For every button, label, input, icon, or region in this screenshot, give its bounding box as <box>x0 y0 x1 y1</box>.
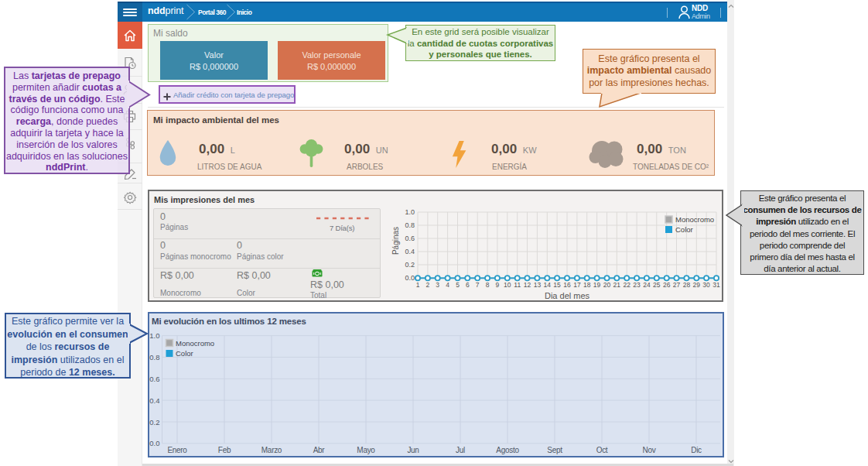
svg-text:21: 21 <box>613 281 621 289</box>
svg-text:12: 12 <box>524 281 531 289</box>
svg-text:28: 28 <box>683 281 691 289</box>
svg-text:Nov: Nov <box>643 446 656 454</box>
svg-text:1.0: 1.0 <box>149 331 159 340</box>
svg-text:0.4: 0.4 <box>405 248 415 255</box>
svg-text:24: 24 <box>643 281 651 289</box>
svg-text:15: 15 <box>553 281 561 289</box>
svg-text:0.8: 0.8 <box>149 353 159 361</box>
svg-text:1.0: 1.0 <box>405 208 415 216</box>
svg-text:Dic: Dic <box>691 446 702 454</box>
svg-text:2: 2 <box>426 281 430 289</box>
svg-text:0.2: 0.2 <box>405 261 415 269</box>
svg-text:20: 20 <box>603 281 611 289</box>
svg-text:Jun: Jun <box>407 446 419 454</box>
svg-text:31: 31 <box>713 281 720 289</box>
svg-text:Monocromo: Monocromo <box>176 339 214 348</box>
svg-text:25: 25 <box>653 281 661 289</box>
svg-text:8: 8 <box>486 281 490 289</box>
svg-text:Jul: Jul <box>456 446 465 454</box>
svg-text:Feb: Feb <box>218 446 231 454</box>
svg-text:Páginas: Páginas <box>391 227 400 255</box>
svg-text:1: 1 <box>416 281 420 289</box>
svg-text:27: 27 <box>673 281 681 289</box>
svg-text:Color: Color <box>176 349 193 358</box>
svg-text:23: 23 <box>633 281 641 289</box>
svg-text:4: 4 <box>446 281 449 289</box>
svg-text:Oct: Oct <box>596 446 608 454</box>
svg-text:17: 17 <box>573 281 581 289</box>
svg-text:19: 19 <box>593 281 601 289</box>
svg-text:0.6: 0.6 <box>405 235 415 242</box>
svg-text:26: 26 <box>663 281 671 289</box>
svg-text:Dia del mes: Dia del mes <box>545 291 590 300</box>
svg-text:Sept: Sept <box>547 446 562 454</box>
svg-text:30: 30 <box>702 281 710 289</box>
svg-text:Marzo: Marzo <box>261 446 282 454</box>
svg-text:14: 14 <box>544 281 552 289</box>
svg-text:11: 11 <box>514 281 521 289</box>
svg-text:0.0: 0.0 <box>149 439 159 447</box>
svg-text:Abr: Abr <box>313 446 326 454</box>
svg-text:10: 10 <box>504 281 511 289</box>
svg-text:Mayo: Mayo <box>357 446 375 454</box>
svg-text:18: 18 <box>583 281 591 289</box>
svg-text:0.4: 0.4 <box>149 396 159 405</box>
svg-text:3: 3 <box>436 281 439 289</box>
svg-text:9: 9 <box>496 281 500 289</box>
svg-text:7: 7 <box>476 281 480 289</box>
svg-text:6: 6 <box>466 281 470 289</box>
svg-text:16: 16 <box>563 281 571 289</box>
svg-text:0.8: 0.8 <box>405 221 415 229</box>
svg-text:0.0: 0.0 <box>405 274 415 282</box>
svg-text:0.6: 0.6 <box>149 375 159 383</box>
svg-text:22: 22 <box>623 281 630 289</box>
svg-text:Monocromo: Monocromo <box>675 215 714 224</box>
svg-text:13: 13 <box>534 281 542 289</box>
svg-text:29: 29 <box>693 281 701 289</box>
svg-text:0.2: 0.2 <box>149 418 159 427</box>
svg-text:5: 5 <box>456 281 460 289</box>
svg-text:Color: Color <box>675 225 693 234</box>
svg-text:Agosto: Agosto <box>496 446 519 454</box>
svg-text:Enero: Enero <box>167 446 187 454</box>
